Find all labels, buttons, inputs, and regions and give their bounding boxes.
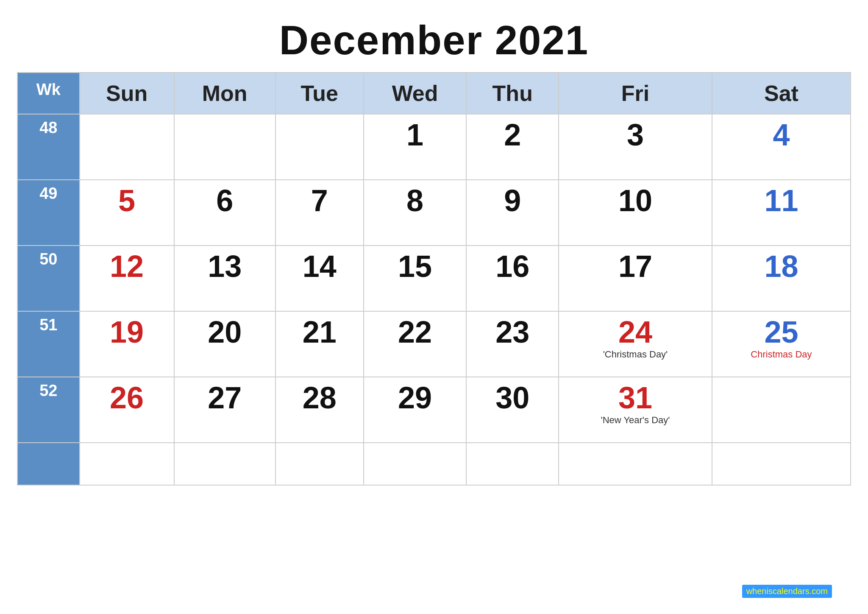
- day-number: 6: [181, 185, 269, 216]
- day-cell: 23: [466, 311, 559, 377]
- day-number: 16: [473, 251, 552, 282]
- page-title: December 2021: [279, 17, 589, 64]
- day-cell: 7: [275, 180, 364, 246]
- day-number: 1: [370, 120, 460, 150]
- day-number: 9: [473, 185, 552, 216]
- day-cell: [712, 443, 851, 485]
- header-thu: Thu: [466, 73, 559, 114]
- day-number: 18: [719, 251, 844, 282]
- week-number-48: 48: [17, 114, 80, 180]
- day-cell: 16: [466, 246, 559, 311]
- wk-header: Wk: [17, 73, 80, 114]
- watermark-text: wheniscalendars.com: [746, 586, 828, 596]
- day-number: 30: [473, 382, 552, 413]
- day-cell: 15: [364, 246, 467, 311]
- day-cell: 29: [364, 377, 467, 443]
- day-number: 20: [181, 317, 269, 347]
- day-cell: 14: [275, 246, 364, 311]
- day-cell: 10: [559, 180, 712, 246]
- day-cell: [174, 443, 275, 485]
- day-cell: 2: [466, 114, 559, 180]
- holiday-label: 'Christmas Day': [565, 349, 705, 360]
- day-cell: [174, 114, 275, 180]
- day-number: 21: [282, 317, 357, 347]
- day-number: 28: [282, 382, 357, 413]
- day-number: 31: [565, 382, 705, 413]
- day-number: 8: [370, 185, 460, 216]
- day-cell: 1: [364, 114, 467, 180]
- calendar-header: Wk Sun Mon Tue Wed Thu Fri Sat: [17, 73, 851, 114]
- week-number-49: 49: [17, 180, 80, 246]
- day-cell: 27: [174, 377, 275, 443]
- week-number-: [17, 443, 80, 485]
- day-cell: 3: [559, 114, 712, 180]
- header-sat: Sat: [712, 73, 851, 114]
- day-cell: 6: [174, 180, 275, 246]
- day-number: 4: [719, 120, 844, 150]
- day-number: 15: [370, 251, 460, 282]
- day-number: 5: [86, 185, 167, 216]
- week-number-52: 52: [17, 377, 80, 443]
- header-wed: Wed: [364, 73, 467, 114]
- day-cell: 4: [712, 114, 851, 180]
- day-cell: 11: [712, 180, 851, 246]
- day-cell: [275, 114, 364, 180]
- day-number: 14: [282, 251, 357, 282]
- day-number: 12: [86, 251, 167, 282]
- holiday-label: 'New Year's Day': [565, 415, 705, 426]
- header-tue: Tue: [275, 73, 364, 114]
- holiday-label: Christmas Day: [719, 349, 844, 360]
- header-mon: Mon: [174, 73, 275, 114]
- day-number: 24: [565, 317, 705, 347]
- day-cell: 13: [174, 246, 275, 311]
- day-number: 19: [86, 317, 167, 347]
- day-cell: 20: [174, 311, 275, 377]
- day-number: 27: [181, 382, 269, 413]
- day-number: 26: [86, 382, 167, 413]
- header-fri: Fri: [559, 73, 712, 114]
- day-cell: [466, 443, 559, 485]
- day-number: 13: [181, 251, 269, 282]
- day-number: 3: [565, 120, 705, 150]
- day-cell: 24'Christmas Day': [559, 311, 712, 377]
- day-cell: 12: [80, 246, 174, 311]
- day-cell: 22: [364, 311, 467, 377]
- day-number: 11: [719, 185, 844, 216]
- week-number-51: 51: [17, 311, 80, 377]
- day-cell: 19: [80, 311, 174, 377]
- day-number: 17: [565, 251, 705, 282]
- day-cell: [364, 443, 467, 485]
- header-sun: Sun: [80, 73, 174, 114]
- watermark: wheniscalendars.com: [742, 585, 832, 598]
- day-cell: 21: [275, 311, 364, 377]
- week-number-50: 50: [17, 246, 80, 311]
- day-cell: 31'New Year's Day': [559, 377, 712, 443]
- day-cell: 5: [80, 180, 174, 246]
- day-cell: 26: [80, 377, 174, 443]
- day-number: 22: [370, 317, 460, 347]
- day-cell: [275, 443, 364, 485]
- day-cell: [80, 114, 174, 180]
- day-cell: 18: [712, 246, 851, 311]
- day-cell: 9: [466, 180, 559, 246]
- day-number: 7: [282, 185, 357, 216]
- calendar-table: Wk Sun Mon Tue Wed Thu Fri Sat 481234495…: [17, 72, 851, 486]
- day-cell: [712, 377, 851, 443]
- day-number: 23: [473, 317, 552, 347]
- day-cell: 30: [466, 377, 559, 443]
- day-cell: 25Christmas Day: [712, 311, 851, 377]
- day-cell: 28: [275, 377, 364, 443]
- day-number: 10: [565, 185, 705, 216]
- day-cell: 17: [559, 246, 712, 311]
- day-number: 2: [473, 120, 552, 150]
- day-number: 25: [719, 317, 844, 347]
- day-cell: [559, 443, 712, 485]
- day-number: 29: [370, 382, 460, 413]
- day-cell: [80, 443, 174, 485]
- day-cell: 8: [364, 180, 467, 246]
